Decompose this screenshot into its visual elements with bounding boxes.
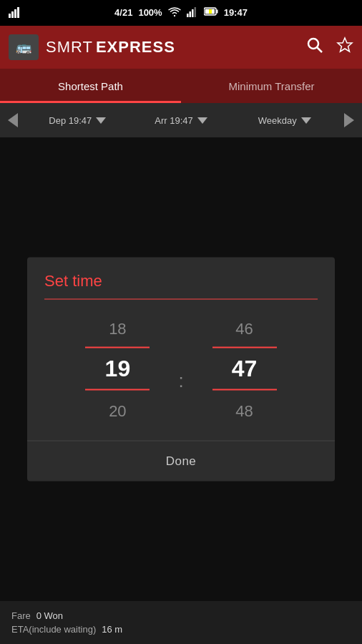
favorites-icon[interactable]: [336, 36, 353, 58]
dialog-title: Set time: [27, 258, 335, 299]
wifi-icon: [168, 7, 181, 19]
time-colon-separator: :: [178, 370, 183, 392]
nav-bar: Dep 19:47 Arr 19:47 Weekday: [0, 103, 362, 137]
svg-rect-4: [187, 14, 189, 17]
svg-marker-14: [338, 38, 352, 52]
app-title-smrt: SMRT: [46, 38, 93, 57]
tab-shortest-path[interactable]: Shortest Path: [0, 69, 181, 103]
toolbar-actions: [306, 36, 353, 58]
fare-label: Fare: [11, 610, 31, 621]
minutes-above[interactable]: 46: [235, 314, 253, 347]
signal-icon: [187, 7, 198, 19]
time-display: 19:47: [224, 7, 248, 19]
hours-selected[interactable]: 19: [91, 351, 145, 386]
date-display: 4/21: [114, 7, 132, 19]
minutes-column: 46 47 48: [212, 314, 277, 426]
weekday-item[interactable]: Weekday: [233, 115, 336, 126]
info-strip: Fare 0 Won ETA(include waiting) 16 m: [0, 601, 362, 644]
status-left: [9, 6, 23, 20]
arr-time-item[interactable]: Arr 19:47: [129, 115, 233, 126]
tab-minimum-transfer-label: Minimum Transfer: [228, 80, 314, 92]
tab-minimum-transfer[interactable]: Minimum Transfer: [181, 69, 362, 103]
prev-arrow-icon: [8, 113, 18, 127]
arr-time-label: Arr 19:47: [155, 115, 192, 126]
svg-rect-5: [189, 11, 191, 17]
app-logo: 🚌: [9, 34, 39, 60]
signal-bars-icon: [9, 6, 23, 20]
set-time-dialog: Set time 18 19 20 : 46 47 48 Don: [27, 258, 335, 482]
svg-rect-2: [14, 9, 16, 18]
fare-row: Fare 0 Won: [11, 610, 351, 621]
weekday-dropdown-icon: [301, 117, 311, 124]
next-button[interactable]: [336, 103, 362, 137]
svg-line-13: [318, 48, 323, 53]
minutes-under-line: [212, 389, 277, 391]
hours-below[interactable]: 20: [109, 394, 126, 426]
status-center: 4/21 100% 19: [114, 7, 248, 19]
dialog-body: 18 19 20 : 46 47 48: [27, 300, 335, 426]
bus-icon: 🚌: [16, 39, 31, 55]
minutes-above-line: [212, 347, 277, 348]
toolbar: 🚌 SMRT EXPRESS: [0, 26, 362, 69]
tab-bar: Shortest Path Minimum Transfer: [0, 69, 362, 103]
svg-rect-0: [9, 14, 11, 18]
arr-dropdown-icon: [197, 117, 207, 124]
hours-under-line: [85, 389, 150, 391]
fare-value: 0 Won: [36, 610, 63, 621]
minutes-selected[interactable]: 47: [217, 351, 272, 386]
weekday-label: Weekday: [258, 115, 297, 126]
battery-icon: [204, 7, 218, 19]
svg-rect-11: [209, 9, 212, 14]
dep-dropdown-icon: [96, 117, 106, 124]
app-title-express: EXPRESS: [96, 38, 175, 57]
search-icon[interactable]: [306, 36, 323, 58]
svg-point-12: [308, 39, 318, 49]
main-content: Set time 18 19 20 : 46 47 48 Don: [0, 137, 362, 601]
eta-label: ETA(include waiting): [11, 624, 96, 635]
done-button[interactable]: Done: [137, 441, 225, 482]
svg-rect-1: [11, 11, 14, 18]
status-bar: 4/21 100% 19: [0, 0, 362, 26]
svg-rect-6: [192, 9, 194, 17]
svg-rect-9: [216, 9, 217, 13]
eta-row: ETA(include waiting) 16 m: [11, 624, 351, 635]
hours-column: 18 19 20: [85, 314, 150, 426]
next-arrow-icon: [344, 113, 354, 127]
hours-above-line: [85, 347, 150, 348]
app-title: SMRT EXPRESS: [46, 38, 299, 57]
dep-time-label: Dep 19:47: [49, 115, 92, 126]
prev-button[interactable]: [0, 103, 26, 137]
svg-rect-7: [194, 7, 196, 17]
dialog-actions: Done: [27, 441, 335, 482]
svg-rect-3: [17, 7, 19, 18]
eta-value: 16 m: [102, 624, 122, 635]
tab-shortest-path-label: Shortest Path: [58, 80, 123, 92]
hours-above[interactable]: 18: [109, 314, 126, 347]
dep-time-item[interactable]: Dep 19:47: [26, 115, 129, 126]
minutes-below[interactable]: 48: [235, 394, 253, 426]
battery-percent: 100%: [138, 7, 162, 19]
